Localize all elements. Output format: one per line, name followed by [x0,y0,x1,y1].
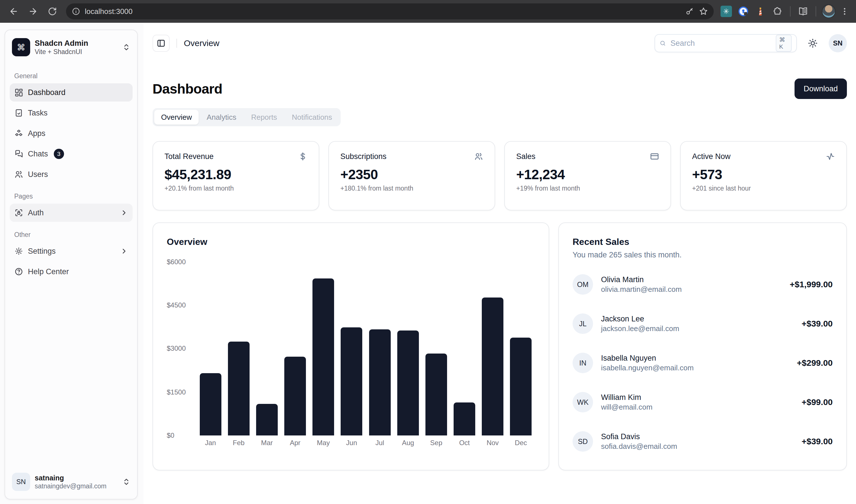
user-menu[interactable]: SN satnaing satnaingdev@gmail.com [10,469,133,494]
sidebar: ⌘ Shadcn Admin Vite + ShadcnUI General D… [4,30,138,500]
stat-title: Total Revenue [164,152,214,161]
sidebar-item-help-center[interactable]: Help Center [10,263,133,281]
recent-sales-card: Recent Sales You made 265 sales this mon… [558,222,847,470]
tab-notifications[interactable]: Notifications [285,110,339,125]
sun-icon [808,38,818,48]
customer-name: Isabella Nguyen [601,353,694,363]
sale-amount: +$99.00 [802,397,833,407]
bookmark-star-icon[interactable] [699,7,708,16]
apps-icon [14,129,23,138]
dashboard-tabs: Overview Analytics Reports Notifications [153,108,340,126]
sidebar-item-auth[interactable]: Auth [10,204,133,222]
customer-name: Olivia Martin [601,275,682,284]
user-avatar: SN [12,473,30,491]
avatar: SD [573,431,593,452]
sidebar-item-apps[interactable]: Apps [10,124,133,143]
password-key-icon[interactable] [685,7,694,16]
browser-reload-button[interactable] [45,3,60,19]
page-title: Dashboard [153,81,222,97]
sidebar-item-label: Apps [28,129,46,138]
browser-back-button[interactable] [6,3,22,19]
stat-card-sales: Sales +12,234 +19% from last month [504,141,671,211]
x-tick: Mar [253,439,281,447]
reading-list-icon[interactable] [796,4,810,18]
x-tick: Apr [281,439,309,447]
stat-value: +12,234 [516,167,659,182]
chart-plot-area [196,262,535,435]
theme-toggle-button[interactable] [806,38,820,48]
dollar-icon [298,152,307,161]
header-divider [176,39,177,48]
sidebar-nav-pages: Auth [10,204,133,222]
tab-reports[interactable]: Reports [244,110,284,125]
sale-amount: +$299.00 [797,358,833,368]
sidebar-section-general: General [10,72,133,80]
toolbar-divider [816,6,816,17]
dashboard-panels: Overview $6000 $4500 $3000 $1500 $0 [153,222,847,470]
bar-dec [510,338,531,435]
search-box[interactable]: ⌘ K [654,34,797,52]
bar-chart: $6000 $4500 $3000 $1500 $0 [167,262,535,447]
sidebar-item-settings[interactable]: Settings [10,242,133,260]
list-item: OM Olivia Martin olivia.martin@email.com… [573,272,833,297]
x-tick: Feb [225,439,253,447]
app-name: Shadcn Admin [35,39,118,48]
customer-email: sofia.davis@email.com [601,442,677,451]
workspace-switcher[interactable]: ⌘ Shadcn Admin Vite + ShadcnUI [10,35,133,60]
address-bar[interactable]: localhost:3000 [66,3,714,19]
sidebar-item-label: Chats [28,150,48,158]
page-title-row: Dashboard Download [153,78,847,99]
chevron-right-icon [120,247,128,255]
overview-chart-card: Overview $6000 $4500 $3000 $1500 $0 [153,222,549,470]
search-input[interactable] [670,39,771,48]
extension-lighthouse-icon[interactable] [754,4,767,18]
bar-apr [284,357,306,435]
stat-card-total-revenue: Total Revenue $45,231.89 +20.1% from las… [153,141,319,211]
sidebar-section-pages: Pages [10,193,133,200]
sidebar-nav-general: Dashboard Tasks Apps Chats 3 Users [10,83,133,183]
search-shortcut-kbd: ⌘ K [776,35,792,52]
sidebar-item-users[interactable]: Users [10,165,133,183]
avatar: WK [573,392,593,412]
url-text[interactable]: localhost:3000 [85,7,133,16]
site-info-icon[interactable] [72,7,80,16]
stat-title: Sales [516,152,536,161]
extension-teal-icon[interactable]: ✳ [719,4,733,18]
y-tick: $3000 [167,344,186,353]
stat-note: +180.1% from last month [340,185,483,192]
browser-profile-avatar[interactable] [822,4,836,18]
recent-sales-subtitle: You made 265 sales this month. [573,251,833,259]
download-button[interactable]: Download [794,78,847,99]
stat-title: Subscriptions [340,152,386,161]
sidebar-item-tasks[interactable]: Tasks [10,104,133,122]
extensions-puzzle-icon[interactable] [771,4,784,18]
sidebar-item-dashboard[interactable]: Dashboard [10,83,133,102]
stat-note: +201 since last hour [692,185,835,192]
sidebar-item-chats[interactable]: Chats 3 [10,145,133,163]
avatar: IN [573,353,593,373]
profile-menu-button[interactable]: SN [829,34,847,52]
user-email: satnaingdev@gmail.com [35,482,118,490]
x-tick: Nov [479,439,507,447]
customer-name: Sofia Davis [601,432,677,442]
recent-sales-title: Recent Sales [573,237,833,247]
browser-menu-button[interactable] [839,3,850,19]
list-item: SD Sofia Davis sofia.davis@email.com +$3… [573,429,833,454]
sidebar-item-label: Dashboard [28,88,66,97]
tab-overview[interactable]: Overview [154,110,199,125]
sidebar-item-label: Tasks [28,109,48,118]
sidebar-toggle-button[interactable] [153,35,170,52]
avatar: OM [573,274,593,295]
chevrons-up-down-icon [122,43,130,51]
arrow-left-icon [9,6,18,16]
bar-oct [454,402,475,435]
reload-icon [48,7,57,16]
browser-forward-button[interactable] [25,3,41,19]
extension-1password-icon[interactable] [736,4,750,18]
app-root: ⌘ Shadcn Admin Vite + ShadcnUI General D… [0,23,856,504]
stat-title: Active Now [692,152,731,161]
tab-analytics[interactable]: Analytics [200,110,243,125]
stat-value: +2350 [340,167,483,182]
search-icon [660,39,666,47]
stat-note: +19% from last month [516,185,659,192]
